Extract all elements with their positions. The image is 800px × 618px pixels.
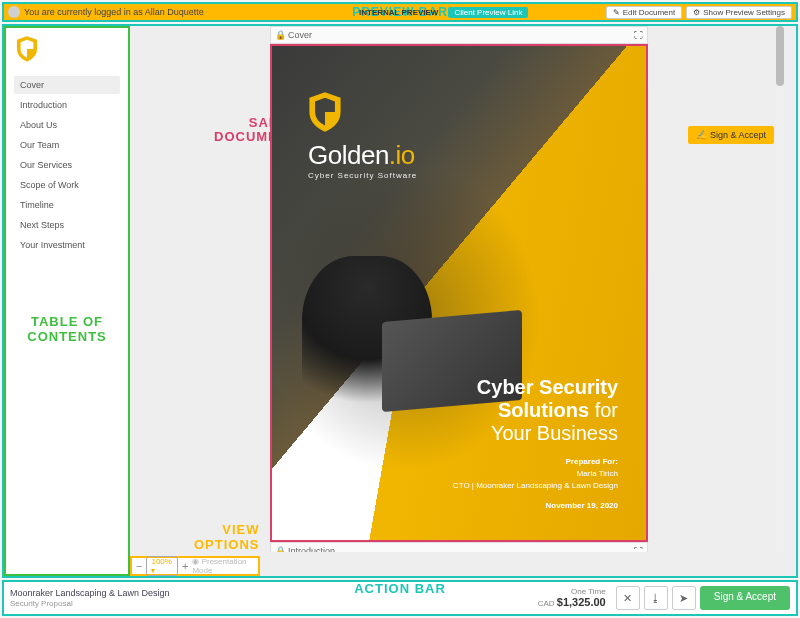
pencil-icon: ✎: [613, 8, 620, 17]
toc-item-next-steps[interactable]: Next Steps: [14, 216, 120, 234]
toc-item-scope-of-work[interactable]: Scope of Work: [14, 176, 120, 194]
page-scroll-area[interactable]: 🔒 Cover ⛶ Golden.io Cyber Security Softw…: [270, 26, 784, 552]
brand-name: Golden.io: [308, 140, 417, 171]
action-buttons: ✕ ⭳ ➤ Sign & Accept: [616, 586, 790, 610]
lock-icon: 🔒: [275, 546, 286, 552]
main-area: Cover Introduction About Us Our Team Our…: [2, 24, 798, 578]
shield-icon: [308, 92, 342, 132]
document-area: SALESDOCUMENT VIEWOPTIONS 🔒 Cover ⛶ Gold…: [130, 26, 796, 576]
download-icon: ⭳: [650, 592, 661, 604]
zoom-in-button[interactable]: +: [182, 560, 188, 572]
action-bar-label: ACTION BAR: [354, 581, 446, 596]
toc-item-your-investment[interactable]: Your Investment: [14, 236, 120, 254]
sign-accept-float-button[interactable]: ✍ Sign & Accept: [688, 126, 774, 144]
price-block: One Time CAD $1,325.00: [538, 587, 606, 610]
table-of-contents: Cover Introduction About Us Our Team Our…: [6, 72, 128, 260]
presentation-mode-button[interactable]: ◉ Presentation Mode: [192, 557, 254, 575]
toc-item-our-team[interactable]: Our Team: [14, 136, 120, 154]
section-title: Cover: [288, 30, 312, 40]
avatar: [8, 6, 20, 18]
zoom-level[interactable]: 100% ▾: [146, 556, 178, 576]
close-button[interactable]: ✕: [616, 586, 640, 610]
cover-brand: Golden.io Cyber Security Software: [308, 92, 417, 180]
show-preview-settings-button[interactable]: ⚙Show Preview Settings: [686, 6, 792, 19]
signature-icon: ✍: [696, 130, 707, 140]
toc-item-timeline[interactable]: Timeline: [14, 196, 120, 214]
toc-item-our-services[interactable]: Our Services: [14, 156, 120, 174]
scrollbar-thumb[interactable]: [776, 26, 784, 86]
expand-icon[interactable]: ⛶: [634, 546, 643, 552]
send-button[interactable]: ➤: [672, 586, 696, 610]
preview-bar: You are currently logged in as Allan Duq…: [2, 2, 798, 22]
view-options-toolbar: − 100% ▾ + ◉ Presentation Mode: [130, 556, 260, 576]
toc-item-cover[interactable]: Cover: [14, 76, 120, 94]
toc-item-about-us[interactable]: About Us: [14, 116, 120, 134]
cover-page: Golden.io Cyber Security Software Cyber …: [270, 44, 648, 542]
sidebar-logo: [6, 28, 128, 72]
price-label: One Time: [538, 587, 606, 597]
client-preview-link-button[interactable]: Client Preview Link: [448, 7, 528, 18]
sidebar: Cover Introduction About Us Our Team Our…: [4, 26, 130, 576]
edit-document-button[interactable]: ✎Edit Document: [606, 6, 682, 19]
toc-item-introduction[interactable]: Introduction: [14, 96, 120, 114]
internal-preview-label: INTERNAL PREVIEW: [359, 8, 438, 17]
cover-headline: Cyber Security Solutions for Your Busine…: [477, 376, 618, 445]
brand-tagline: Cyber Security Software: [308, 171, 417, 180]
scrollbar-track[interactable]: [776, 26, 784, 552]
section-header-introduction: 🔒 Introduction ⛶: [270, 542, 648, 552]
cover-meta: Prepared For: Maria Tirich CTO | Moonrak…: [453, 456, 618, 512]
expand-icon[interactable]: ⛶: [634, 30, 643, 40]
lock-icon: 🔒: [275, 30, 286, 40]
document-type: Security Proposal: [10, 599, 170, 609]
client-info: Moonraker Landscaping & Lawn Design Secu…: [10, 588, 170, 608]
gear-icon: ⚙: [693, 8, 700, 17]
logged-in-user: You are currently logged in as Allan Duq…: [8, 6, 204, 18]
send-icon: ➤: [679, 592, 688, 605]
preview-bar-center: INTERNAL PREVIEW Client Preview Link: [359, 7, 528, 18]
section-title: Introduction: [288, 546, 335, 552]
download-button[interactable]: ⭳: [644, 586, 668, 610]
shield-icon: [16, 36, 38, 62]
close-icon: ✕: [623, 592, 632, 605]
view-options-label: VIEWOPTIONS: [194, 523, 260, 552]
toc-section-label: TABLE OF CONTENTS: [6, 315, 128, 344]
action-bar: Moonraker Landscaping & Lawn Design Secu…: [2, 580, 798, 616]
section-header-cover: 🔒 Cover ⛶: [270, 26, 648, 44]
user-text: You are currently logged in as Allan Duq…: [24, 7, 204, 17]
sign-accept-button[interactable]: Sign & Accept: [700, 586, 790, 610]
price-amount: $1,325.00: [557, 596, 606, 608]
preview-bar-right: ✎Edit Document ⚙Show Preview Settings: [606, 6, 792, 19]
client-name: Moonraker Landscaping & Lawn Design: [10, 588, 170, 599]
zoom-out-button[interactable]: −: [136, 560, 142, 572]
